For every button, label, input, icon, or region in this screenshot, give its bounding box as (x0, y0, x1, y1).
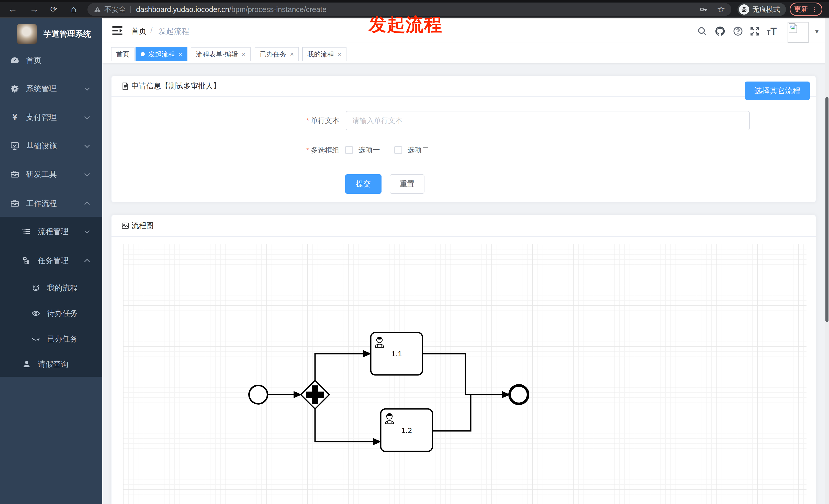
sidebar-item-home[interactable]: 首页 (0, 46, 102, 75)
chevron-down-icon (84, 85, 90, 90)
document-icon (121, 82, 130, 90)
main-area: 首页 / 发起流程 TT ▾ (102, 18, 829, 504)
forward-icon[interactable]: → (28, 3, 40, 15)
github-icon[interactable] (713, 25, 727, 38)
scrollbar-thumb[interactable] (825, 97, 828, 322)
option1-label[interactable]: 选项一 (359, 146, 380, 154)
window-frame (0, 0, 829, 2)
sidebar-item-done-tasks[interactable]: 已办任务 (0, 324, 102, 353)
tab-done-tasks[interactable]: 已办任务 × (255, 47, 299, 61)
page-scrollbar[interactable] (825, 18, 829, 504)
monitor-icon (10, 141, 20, 151)
sidebar-item-label: 任务管理 (38, 256, 69, 266)
text-field-label: *单行文本 (237, 111, 339, 130)
sidebar-item-payment[interactable]: ¥ 支付管理 (0, 103, 102, 131)
avatar-dropdown-caret[interactable]: ▾ (815, 28, 819, 36)
app-title: 芋道管理系统 (43, 29, 91, 39)
process-diagram-card: 流程图 (111, 215, 816, 504)
select-other-process-button[interactable]: 选择其它流程 (745, 81, 810, 100)
tab-label: 首页 (116, 50, 130, 59)
sidebar-item-infrastructure[interactable]: 基础设施 (0, 131, 102, 160)
home-icon[interactable]: ⌂ (68, 3, 80, 15)
bpmn-canvas[interactable]: 1.1 1.2 (123, 244, 806, 504)
chevron-down-icon (84, 114, 90, 119)
option2-checkbox[interactable] (394, 146, 402, 154)
warning-icon (94, 6, 101, 13)
sidebar-item-system[interactable]: 系统管理 (0, 74, 102, 103)
checkbox-group-label: *多选框组 (237, 141, 339, 160)
user-task-1[interactable]: 1.1 (371, 333, 423, 375)
sidebar-item-process-mgmt[interactable]: 流程管理 (0, 217, 102, 246)
single-line-text-input[interactable] (346, 111, 750, 130)
required-mark: * (307, 146, 309, 154)
list-tree-icon (22, 226, 32, 237)
image-icon (121, 222, 130, 230)
tab-process-form-edit[interactable]: 流程表单-编辑 × (191, 47, 251, 61)
chevron-down-icon (84, 142, 90, 148)
back-icon[interactable]: ← (7, 3, 19, 15)
end-event[interactable] (510, 385, 528, 404)
sidebar-item-label: 首页 (26, 55, 41, 66)
tab-close-icon[interactable]: × (242, 50, 246, 58)
diagram-card-header: 流程图 (111, 215, 816, 237)
help-icon[interactable] (731, 25, 745, 38)
bookmark-star-icon[interactable]: ☆ (717, 5, 725, 14)
submit-button[interactable]: 提交 (345, 174, 382, 194)
breadcrumb-home[interactable]: 首页 (131, 26, 146, 37)
tab-my-process[interactable]: 我的流程 × (302, 47, 347, 61)
sidebar-item-label: 工作流程 (26, 198, 57, 209)
search-icon[interactable] (695, 25, 709, 38)
start-event[interactable] (249, 385, 267, 404)
active-tab-dot (141, 52, 145, 56)
font-size-icon[interactable]: TT (765, 25, 779, 38)
reset-button[interactable]: 重置 (390, 174, 425, 194)
security-label[interactable]: 不安全 (104, 5, 126, 14)
dashboard-icon (10, 55, 20, 66)
parallel-gateway[interactable] (301, 380, 329, 409)
required-mark: * (307, 117, 309, 124)
sidebar-item-workflow[interactable]: 工作流程 (0, 189, 102, 218)
tab-label: 发起流程 (148, 50, 175, 59)
flow-task1-to-end (423, 354, 503, 395)
gear-icon (10, 84, 20, 94)
incognito-badge: 无痕模式 (737, 3, 786, 16)
reload-icon[interactable]: ⟳ (47, 3, 60, 15)
tab-bar: 首页 发起流程 × 流程表单-编辑 × 已办任务 × 我的流程 × (102, 43, 829, 64)
sidebar-item-label: 请假查询 (38, 359, 69, 370)
sidebar-item-label: 基础设施 (26, 141, 57, 151)
update-button[interactable]: 更新 ⋮ (790, 3, 822, 16)
flow-task2-to-end (432, 395, 503, 431)
sidebar-item-label: 我的流程 (47, 283, 78, 294)
fullscreen-icon[interactable] (748, 25, 761, 38)
key-icon[interactable] (699, 5, 708, 14)
flow-gateway-to-task1 (315, 354, 364, 380)
chevron-down-icon (84, 228, 90, 233)
yen-icon: ¥ (10, 112, 20, 122)
sidebar-item-devtools[interactable]: 研发工具 (0, 160, 102, 189)
robot-face-icon (31, 283, 41, 293)
briefcase-icon (10, 198, 20, 208)
url-path: /bpm/process-instance/create (229, 5, 326, 14)
tab-close-icon[interactable]: × (290, 50, 294, 58)
person-icon (22, 359, 32, 369)
tab-label: 我的流程 (308, 50, 334, 59)
user-task-2[interactable]: 1.2 (381, 409, 432, 451)
sidebar-item-todo-tasks[interactable]: 待办任务 (0, 299, 102, 328)
chrome-menu-icon[interactable]: ⋮ (812, 7, 818, 11)
tab-home[interactable]: 首页 (111, 47, 135, 61)
sidebar-item-leave-query[interactable]: 请假查询 (0, 350, 102, 379)
tab-close-icon[interactable]: × (178, 50, 182, 58)
tab-start-process[interactable]: 发起流程 × (136, 47, 187, 61)
user-avatar[interactable] (788, 22, 808, 43)
sidebar-item-my-process[interactable]: 我的流程 (0, 274, 102, 302)
bpmn-diagram: 1.1 1.2 (123, 244, 806, 504)
tab-close-icon[interactable]: × (337, 50, 341, 58)
chevron-up-icon (84, 259, 90, 264)
option2-label[interactable]: 选项二 (407, 146, 429, 154)
incognito-icon (739, 4, 749, 14)
option1-checkbox[interactable] (345, 146, 353, 154)
sidebar-collapse-icon[interactable] (111, 24, 124, 37)
sidebar-item-task-mgmt[interactable]: 任务管理 (0, 246, 102, 275)
broken-image-icon (789, 23, 797, 33)
toolbox-icon (10, 169, 20, 180)
